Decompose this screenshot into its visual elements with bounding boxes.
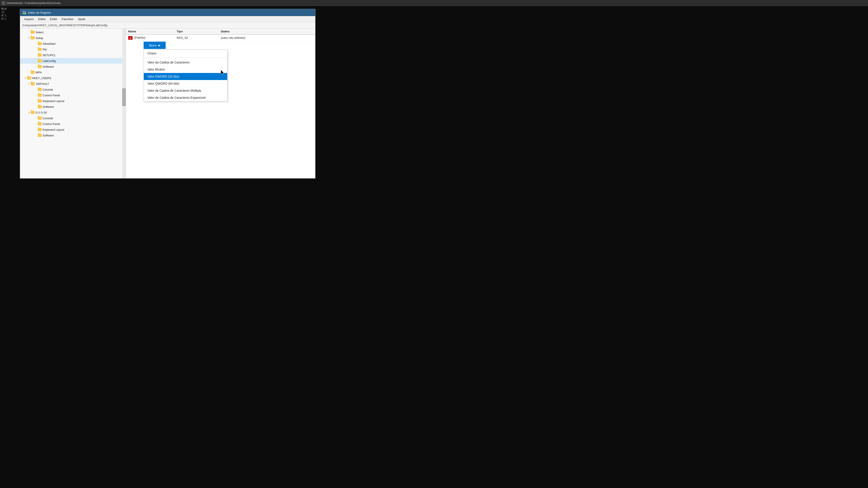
tree-item-kblayout-default[interactable]: › Keyboard Layout: [20, 98, 126, 104]
dropdown-chave[interactable]: Chave: [144, 50, 227, 57]
folder-icon-software-default: [38, 105, 42, 108]
tree-label-software-setup: Software: [42, 65, 54, 68]
dropdown-valor-expansivel[interactable]: Valor de Cadeia de Caracteres Expansível: [144, 94, 227, 101]
col-header-dados: Dados: [219, 30, 315, 33]
tree-item-s1518[interactable]: ▾ S-1-5-18: [20, 109, 126, 115]
expander-software-setup[interactable]: ›: [34, 65, 38, 68]
tree-label-software-s1518: Software: [42, 134, 54, 137]
tree-label-kblayout-default: Keyboard Layout: [42, 99, 64, 103]
folder-icon-s1518: [31, 111, 35, 114]
tree-item-allowstart[interactable]: › AllowStart: [20, 41, 126, 46]
tree-item-console-default[interactable]: › Console: [20, 87, 126, 92]
cmd-text-area: Mid (c X:\ X:\: [0, 6, 20, 178]
dropdown-valor-cadeia[interactable]: Valor da Cadeia de Caracteres: [144, 59, 227, 66]
entry-dados: (valor não definido): [219, 36, 315, 39]
entry-nome: ab (Padrão): [126, 36, 175, 40]
ab-icon: ab: [128, 36, 132, 40]
expander-default[interactable]: ▾: [27, 82, 31, 86]
menu-ajuda[interactable]: Ajuda: [76, 17, 87, 21]
expander-pid[interactable]: [34, 47, 38, 51]
folder-icon-setup: [31, 36, 35, 39]
tree-label-setup: Setup: [35, 36, 43, 40]
expander-software-default[interactable]: [34, 105, 38, 108]
dropdown-label-chave: Chave: [147, 52, 156, 55]
folder-icon-wpa: [31, 71, 35, 74]
tree-label-pid: Pid: [42, 48, 47, 51]
expander-wpa[interactable]: [27, 70, 31, 74]
folder-icon-select: [31, 31, 35, 34]
tree-item-setup[interactable]: ▾ Setup: [20, 35, 126, 41]
expander-controlpanel-default[interactable]: ›: [34, 93, 38, 97]
tree-scrollbar[interactable]: [122, 28, 126, 178]
tree-panel: Select ▾ Setup › AllowStart: [20, 28, 126, 178]
tree-item-controlpanel-s1518[interactable]: › Control Panel: [20, 121, 126, 127]
menu-bar: Arquivo Editar Exibir Favoritos Ajuda: [20, 16, 315, 22]
expander-s1518[interactable]: ▾: [27, 111, 31, 114]
tree-item-pid[interactable]: Pid: [20, 46, 126, 52]
dropdown-valor-dword[interactable]: Valor DWORD (32 bits): [144, 73, 227, 80]
tree-item-wpa[interactable]: WPA: [20, 69, 126, 75]
tree-label-controlpanel-s1518: Control Panel: [42, 122, 60, 126]
tree-label-hkeyusers: HKEY_USERS: [32, 76, 51, 80]
menu-favoritos[interactable]: Favoritos: [60, 17, 76, 21]
expander-console-s1518[interactable]: ›: [34, 117, 38, 120]
tree-label-controlpanel-default: Control Panel: [42, 94, 60, 97]
folder-icon-software-s1518: [38, 134, 42, 137]
menu-editar[interactable]: Editar: [36, 17, 48, 21]
dropdown-label-valor-expansivel: Valor de Cadeia de Caracteres Expansível: [147, 96, 206, 99]
expander-software-s1518[interactable]: [34, 134, 38, 137]
address-text: Computador\HKEY_LOCAL_MACHINE\SYSTEM\Set…: [22, 24, 107, 27]
expander-hkeyusers[interactable]: ▾: [24, 76, 27, 80]
folder-icon-controlpanel-default: [38, 94, 42, 97]
expander-kblayout-s1518[interactable]: ›: [34, 128, 38, 131]
menu-arquivo[interactable]: Arquivo: [22, 17, 36, 21]
dropdown-menu: Chave Valor da Cadeia de Caracteres Valo…: [144, 50, 227, 101]
expander-allowstart[interactable]: ›: [34, 42, 38, 45]
cmd-line-3: X:\: [1, 14, 19, 17]
tree-item-software-default[interactable]: Software: [20, 104, 126, 109]
expander-select[interactable]: [27, 30, 31, 34]
cmd-line-1: Mid: [1, 7, 19, 10]
tree-item-setupcl[interactable]: SETUPCL: [20, 52, 126, 58]
folder-icon-allowstart: [38, 42, 42, 45]
tree-item-software-setup[interactable]: › Software: [20, 64, 126, 69]
main-content: Select ▾ Setup › AllowStart: [20, 28, 315, 178]
scrollbar-thumb[interactable]: [122, 88, 126, 106]
dropdown-valor-multipla[interactable]: Valor de Cadeia de Caracteres Múltipla: [144, 87, 227, 94]
expander-setup[interactable]: ▾: [27, 36, 31, 40]
cmd-title: Administrador: X:\windows\system32\cmd.e…: [7, 2, 61, 5]
folder-icon-default: [31, 82, 35, 85]
tree-label-software-default: Software: [42, 105, 54, 108]
tree-item-console-s1518[interactable]: › Console: [20, 115, 126, 121]
novo-arrow-icon: ▶: [158, 44, 160, 47]
folder-icon-console-s1518: [38, 117, 42, 120]
tree-item-labconfig[interactable]: LabConfig: [20, 58, 126, 64]
expander-kblayout-default[interactable]: ›: [34, 99, 38, 103]
menu-exibir[interactable]: Exibir: [48, 17, 60, 21]
tree-label-select: Select: [35, 31, 43, 34]
tree-item-hkeyusers[interactable]: ▾ HKEY_USERS: [20, 75, 126, 81]
address-bar[interactable]: Computador\HKEY_LOCAL_MACHINE\SYSTEM\Set…: [20, 22, 315, 28]
cmd-line-2: (c: [1, 10, 19, 14]
dropdown-label-valor-multipla: Valor de Cadeia de Caracteres Múltipla: [147, 89, 201, 92]
dropdown-valor-qword[interactable]: Valor QWORD (64 bits): [144, 80, 227, 87]
novo-button-container: Novo ▶: [144, 42, 166, 49]
expander-console-default[interactable]: ›: [34, 88, 38, 91]
tree-item-software-s1518[interactable]: Software: [20, 132, 126, 138]
tree-label-console-default: Console: [42, 88, 53, 91]
tree-item-select[interactable]: Select: [20, 29, 126, 35]
tree-item-default[interactable]: ▾ .DEFAULT: [20, 81, 126, 87]
dropdown-valor-binario[interactable]: Valor Binário: [144, 66, 227, 73]
entry-tipo: REG_SZ: [175, 36, 219, 39]
tree-item-kblayout-s1518[interactable]: › Keyboard Layout: [20, 127, 126, 132]
cmd-icon: [2, 1, 5, 5]
novo-button[interactable]: Novo ▶: [144, 42, 166, 49]
tree-item-controlpanel-default[interactable]: › Control Panel: [20, 92, 126, 98]
expander-labconfig[interactable]: [34, 59, 38, 63]
cmd-line-4: X:\: [1, 17, 19, 20]
folder-icon-hkeyusers: [27, 76, 31, 79]
expander-controlpanel-s1518[interactable]: ›: [34, 122, 38, 126]
regedit-titlebar: Editor do Registro: [20, 9, 315, 16]
expander-setupcl[interactable]: [34, 53, 38, 57]
entry-row-default[interactable]: ab (Padrão) REG_SZ (valor não definido): [126, 35, 315, 41]
